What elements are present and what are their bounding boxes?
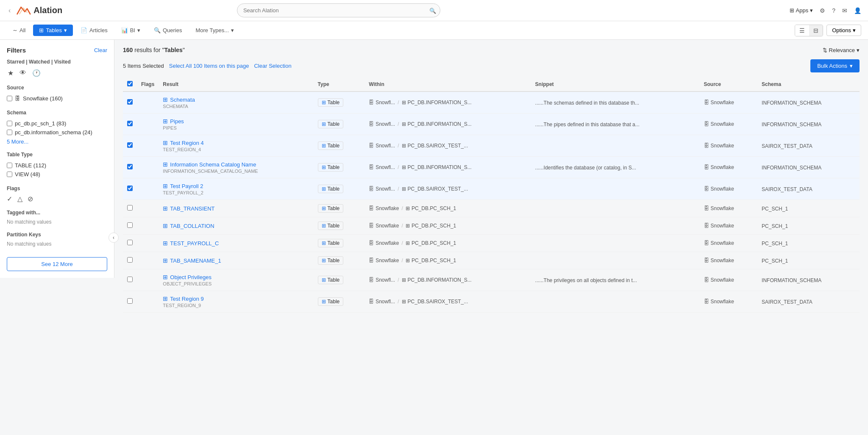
result-name-3[interactable]: ⊞ Information Schema Catalog Name <box>163 161 309 168</box>
row-type-2: ⊞ Table <box>314 135 365 157</box>
queries-icon: 🔍 <box>154 27 161 33</box>
result-name-8[interactable]: ⊞ TAB_SAMENAME_1 <box>163 257 309 264</box>
flag-deprecated-icon[interactable]: ⊘ <box>28 195 33 203</box>
table-row: ⊞ Schemata SCHEMATA ⊞ Table 🗄 Snowfl... … <box>123 91 860 114</box>
result-name-2[interactable]: ⊞ Test Region 4 <box>163 139 309 146</box>
tab-queries[interactable]: 🔍 Queries <box>148 25 188 36</box>
result-name-10[interactable]: ⊞ Test Region 9 <box>163 295 309 302</box>
row-type-0: ⊞ Table <box>314 91 365 114</box>
table-type-view-checkbox[interactable] <box>7 172 12 177</box>
sidebar-collapse-button[interactable]: ‹ <box>108 233 119 243</box>
visited-icon[interactable]: 🕐 <box>31 68 42 78</box>
row-result-3: ⊞ Information Schema Catalog Name INFORM… <box>159 157 313 178</box>
table-row: ⊞ TEST_PAYROLL_C ⊞ Table 🗄 Snowflake / ⊞… <box>123 235 860 252</box>
table-grid-icon-1: ⊞ <box>163 118 168 125</box>
row-checkbox-0[interactable] <box>127 99 133 105</box>
row-checkbox-7[interactable] <box>127 240 133 245</box>
result-name-7[interactable]: ⊞ TEST_PAYROLL_C <box>163 240 309 247</box>
table-type-view[interactable]: VIEW (48) <box>7 170 107 179</box>
type-table-icon-9: ⊞ <box>322 277 326 283</box>
back-button[interactable]: ‹ <box>7 5 12 16</box>
relevance-button[interactable]: ⇅ Relevance ▾ <box>823 47 860 53</box>
table-type-table-checkbox[interactable] <box>7 163 12 168</box>
starred-icon[interactable]: ★ <box>7 68 14 78</box>
row-checkbox-6[interactable] <box>127 222 133 228</box>
bulk-actions-button[interactable]: Bulk Actions ▾ <box>810 59 860 72</box>
tab-all[interactable]: ∼ All <box>7 25 31 36</box>
source-snowflake[interactable]: 🗄 Snowflake (160) <box>7 94 107 103</box>
schema-pc-sch-1[interactable]: pc_db.pc_sch_1 (83) <box>7 119 107 128</box>
flag-endorsed-icon[interactable]: ✓ <box>7 195 12 203</box>
type-table-icon-10: ⊞ <box>322 299 326 305</box>
row-checkbox-4[interactable] <box>127 186 133 191</box>
within-schema-icon-4: ⊞ <box>402 186 406 192</box>
row-checkbox-10[interactable] <box>127 298 133 304</box>
search-input[interactable] <box>237 3 440 17</box>
tab-more[interactable]: More Types... ▾ <box>189 25 240 36</box>
schema-more-link[interactable]: 5 More... <box>7 139 107 145</box>
type-table-icon-5: ⊞ <box>322 205 326 211</box>
source-snowflake-checkbox[interactable] <box>7 96 12 101</box>
result-name-1[interactable]: ⊞ Pipes <box>163 118 309 125</box>
row-within-0: 🗄 Snowfl... / ⊞ PC_DB.INFORMATION_S... <box>364 91 531 114</box>
clear-selection-link[interactable]: Clear Selection <box>254 63 291 69</box>
view-list-button[interactable]: ☰ <box>795 25 809 36</box>
within-db-icon-5: 🗄 <box>369 205 374 211</box>
select-all-link[interactable]: Select All 100 Items on this page <box>169 63 249 69</box>
mail-icon[interactable]: ✉ <box>842 7 847 14</box>
row-source-6: 🗄 Snowflake <box>700 217 758 235</box>
row-flags-10 <box>137 291 159 313</box>
result-name-5[interactable]: ⊞ TAB_TRANSIENT <box>163 205 309 212</box>
row-schema-10: SAIROX_TEST_DATA <box>757 291 860 313</box>
settings-icon[interactable]: ⚙ <box>820 7 825 14</box>
table-row: ⊞ Information Schema Catalog Name INFORM… <box>123 157 860 178</box>
logo: Alation <box>16 5 62 17</box>
row-checkbox-8[interactable] <box>127 257 133 263</box>
result-name-6[interactable]: ⊞ TAB_COLLATION <box>163 222 309 229</box>
row-checkbox-1[interactable] <box>127 121 133 126</box>
help-icon[interactable]: ? <box>832 7 835 14</box>
row-within-5: 🗄 Snowflake / ⊞ PC_DB.PC_SCH_1 <box>364 200 531 217</box>
row-result-4: ⊞ Test Payroll 2 TEST_PAYROLL_2 <box>159 178 313 200</box>
within-db-icon-7: 🗄 <box>369 240 374 246</box>
watched-icon[interactable]: 👁 <box>19 68 27 78</box>
col-header-result: Result <box>159 78 313 91</box>
result-name-0[interactable]: ⊞ Schemata <box>163 96 309 103</box>
tab-bi[interactable]: 📊 BI ▾ <box>115 25 146 36</box>
select-all-checkbox[interactable] <box>127 81 133 86</box>
row-checkbox-2[interactable] <box>127 142 133 148</box>
row-checkbox-5[interactable] <box>127 205 133 211</box>
relevance-chevron-icon: ▾ <box>857 47 860 53</box>
result-name-9[interactable]: ⊞ Object Privileges <box>163 274 309 280</box>
view-grid-button[interactable]: ⊟ <box>809 25 823 36</box>
main-content: 160 results for "Tables" ⇅ Relevance ▾ 5… <box>114 40 868 435</box>
result-name-4[interactable]: ⊞ Test Payroll 2 <box>163 183 309 189</box>
tab-articles[interactable]: 📄 Articles <box>75 25 114 36</box>
within-schema-icon-8: ⊞ <box>406 258 410 263</box>
row-checkbox-9[interactable] <box>127 277 133 282</box>
clear-filters-link[interactable]: Clear <box>94 47 107 53</box>
top-nav: ‹ Alation 🔍 ⊞ Apps ▾ ⚙ ? ✉ 👤 <box>0 0 868 21</box>
see-more-button[interactable]: See 12 More <box>7 257 107 271</box>
row-within-6: 🗄 Snowflake / ⊞ PC_DB.PC_SCH_1 <box>364 217 531 235</box>
row-type-10: ⊞ Table <box>314 291 365 313</box>
options-button[interactable]: Options ▾ <box>826 25 861 36</box>
col-header-within: Within <box>364 78 531 91</box>
schema-info-schema-checkbox[interactable] <box>7 130 12 135</box>
row-source-4: 🗄 Snowflake <box>700 178 758 200</box>
table-grid-icon-2: ⊞ <box>163 139 168 146</box>
articles-icon: 📄 <box>81 27 87 33</box>
apps-button[interactable]: ⊞ Apps ▾ <box>790 7 813 14</box>
row-schema-5: PC_SCH_1 <box>757 200 860 217</box>
row-schema-1: INFORMATION_SCHEMA <box>757 114 860 135</box>
col-header-flags: Flags <box>137 78 159 91</box>
flag-warning-icon[interactable]: △ <box>17 195 22 203</box>
user-icon[interactable]: 👤 <box>854 7 861 14</box>
row-type-5: ⊞ Table <box>314 200 365 217</box>
schema-pc-sch-1-checkbox[interactable] <box>7 121 12 126</box>
schema-info-schema[interactable]: pc_db.information_schema (24) <box>7 128 107 137</box>
tab-tables[interactable]: ⊞ Tables ▾ <box>33 25 73 36</box>
row-snippet-0: ......The schemas defined in this databa… <box>531 91 700 114</box>
table-type-table[interactable]: TABLE (112) <box>7 161 107 170</box>
row-checkbox-3[interactable] <box>127 164 133 169</box>
